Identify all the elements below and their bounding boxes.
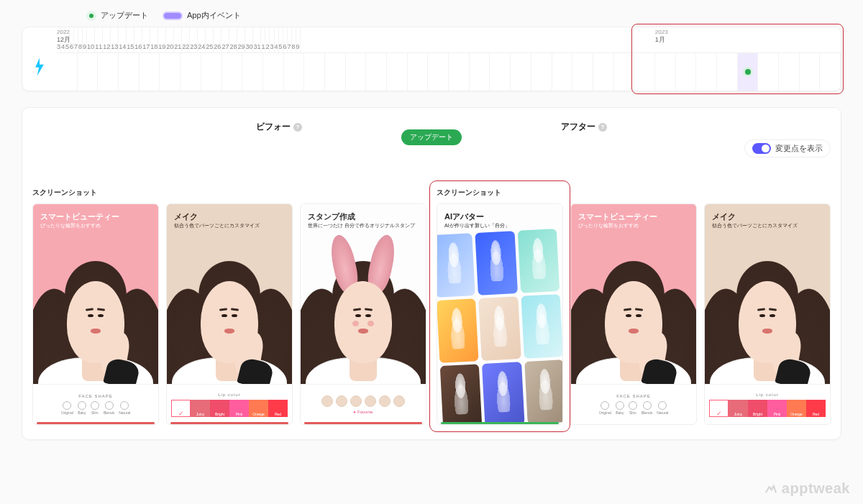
- shape-option[interactable]: Blends: [641, 401, 652, 415]
- shape-option[interactable]: Natural: [119, 401, 130, 415]
- ai-avatar-tile: [479, 296, 521, 361]
- screenshot-title: メイク: [712, 211, 823, 222]
- timeline-cell[interactable]: [284, 53, 305, 91]
- timeline-cell[interactable]: [428, 53, 449, 91]
- help-icon[interactable]: ?: [598, 123, 607, 132]
- timeline-cell[interactable]: [779, 53, 800, 91]
- shape-option[interactable]: Baby: [616, 401, 624, 415]
- option-group-label: FACE SHAPE: [78, 394, 113, 398]
- avatar-option[interactable]: [393, 395, 405, 407]
- timeline-cell[interactable]: [758, 53, 779, 91]
- change-indicator: [441, 422, 559, 424]
- screenshot-card[interactable]: スマートビューティーぴったりな輪郭をおすすめFACE SHAPEOriginal…: [32, 203, 159, 425]
- timeline-day: 14: [119, 27, 127, 52]
- color-swatch[interactable]: Pink: [229, 400, 249, 417]
- timeline-day: 31: [253, 27, 261, 52]
- before-screenshots: スマートビューティーぴったりな輪郭をおすすめFACE SHAPEOriginal…: [32, 203, 426, 425]
- avatar-option[interactable]: [365, 395, 376, 407]
- timeline-card[interactable]: 3456789101112131415161718192021222324252…: [22, 27, 841, 91]
- color-swatch[interactable]: Juicy: [191, 400, 210, 417]
- timeline-cell[interactable]: [470, 53, 490, 91]
- timeline-body[interactable]: 3456789101112131415161718192021222324252…: [57, 27, 841, 91]
- shape-option[interactable]: Slim: [91, 401, 99, 415]
- color-swatch[interactable]: Pink: [767, 400, 787, 417]
- model-illustration: [571, 237, 696, 384]
- apptweak-logo-icon: [764, 482, 777, 495]
- color-swatch[interactable]: Orange: [787, 400, 806, 417]
- timeline-cell[interactable]: [490, 53, 511, 91]
- screenshot-subtitle: AIが作り出す新しい「自分」: [444, 223, 555, 229]
- change-indicator: [37, 422, 155, 424]
- timeline-cell[interactable]: [201, 53, 222, 91]
- timeline-cell[interactable]: [614, 53, 635, 91]
- shape-option[interactable]: Slim: [629, 401, 637, 415]
- update-marker-icon[interactable]: [745, 69, 751, 75]
- timeline-day: 9: [296, 27, 301, 52]
- timeline-cell[interactable]: [181, 53, 201, 91]
- change-indicator: [170, 422, 288, 424]
- timeline-cell[interactable]: [98, 53, 119, 91]
- shape-option[interactable]: Natural: [657, 401, 668, 415]
- avatar-option[interactable]: [350, 395, 362, 407]
- toggle-label: 変更点を表示: [775, 143, 823, 154]
- timeline-cell[interactable]: [78, 53, 99, 91]
- timeline-cell[interactable]: [366, 53, 387, 91]
- timeline-cell[interactable]: [572, 53, 593, 91]
- timeline-cell[interactable]: [696, 53, 717, 91]
- timeline-cell[interactable]: [57, 53, 78, 91]
- timeline-cell[interactable]: [346, 53, 367, 91]
- shape-option[interactable]: Baby: [78, 401, 86, 415]
- timeline-cell[interactable]: [634, 53, 655, 91]
- timeline-cell[interactable]: [593, 53, 614, 91]
- color-swatch[interactable]: Bright: [748, 400, 767, 417]
- timeline-cell[interactable]: [408, 53, 429, 91]
- screenshot-card[interactable]: メイク似合う色でパーツごとにカスタマイズLip color✓JuicyBrigh…: [704, 203, 831, 425]
- color-swatch[interactable]: Red: [806, 400, 826, 417]
- timeline-cell[interactable]: [119, 53, 140, 91]
- timeline-cell[interactable]: [304, 53, 325, 91]
- timeline-cell[interactable]: [160, 53, 181, 91]
- timeline-row[interactable]: [57, 53, 841, 91]
- screenshot-subtitle: 世界に一つだけ 自分で作るオリジナルスタンプ: [308, 223, 419, 229]
- timeline-cell[interactable]: [449, 53, 470, 91]
- timeline-cell[interactable]: [800, 53, 821, 91]
- timeline-cell[interactable]: [511, 53, 531, 91]
- timeline-cell[interactable]: [552, 53, 573, 91]
- timeline-cell[interactable]: [531, 53, 552, 91]
- color-swatch[interactable]: Bright: [210, 400, 229, 417]
- help-icon[interactable]: ?: [293, 123, 302, 132]
- timeline-cell[interactable]: [738, 53, 759, 91]
- timeline-cell[interactable]: [325, 53, 346, 91]
- update-pill: アップデート: [401, 129, 462, 145]
- color-swatch[interactable]: Juicy: [729, 400, 748, 417]
- timeline-cell[interactable]: [717, 53, 738, 91]
- avatar-option[interactable]: [379, 395, 391, 407]
- color-swatch[interactable]: Orange: [249, 400, 268, 417]
- timeline-cell[interactable]: [263, 53, 284, 91]
- color-swatch[interactable]: ✓: [171, 400, 191, 417]
- event-pill-icon: [163, 12, 183, 20]
- screenshot-subtitle: 似合う色でパーツごとにカスタマイズ: [174, 223, 285, 229]
- timeline-cell[interactable]: [820, 53, 841, 91]
- screenshot-card[interactable]: スマートビューティーぴったりな輪郭をおすすめFACE SHAPEOriginal…: [570, 203, 697, 425]
- screenshot-card[interactable]: AIアバターAIが作り出す新しい「自分」: [437, 203, 563, 425]
- screenshot-card[interactable]: スタンプ作成世界に一つだけ 自分で作るオリジナルスタンプ● Favorite: [300, 203, 426, 425]
- timeline-cell[interactable]: [676, 53, 697, 91]
- color-swatch[interactable]: ✓: [709, 400, 729, 417]
- timeline-cell[interactable]: [140, 53, 160, 91]
- avatar-option[interactable]: [321, 395, 333, 407]
- timeline-cell[interactable]: [242, 53, 263, 91]
- show-changes-toggle[interactable]: 変更点を表示: [744, 139, 831, 157]
- avatar-option[interactable]: [336, 395, 347, 407]
- timeline-cell[interactable]: [655, 53, 676, 91]
- shape-option[interactable]: Original: [61, 401, 73, 415]
- timeline-cell[interactable]: [222, 53, 243, 91]
- shape-option[interactable]: Blends: [104, 401, 114, 415]
- timeline-cell[interactable]: [387, 53, 408, 91]
- screenshot-card[interactable]: メイク似合う色でパーツごとにカスタマイズLip color✓JuicyBrigh…: [166, 203, 293, 425]
- after-screenshots: AIアバターAIが作り出す新しい「自分」スマートビューティーぴったりな輪郭をおす…: [437, 203, 831, 425]
- color-swatch[interactable]: Red: [268, 400, 288, 417]
- shape-option[interactable]: Original: [599, 401, 611, 415]
- screenshot-image: スマートビューティーぴったりな輪郭をおすすめ: [33, 204, 158, 384]
- toggle-switch-icon[interactable]: [752, 143, 771, 154]
